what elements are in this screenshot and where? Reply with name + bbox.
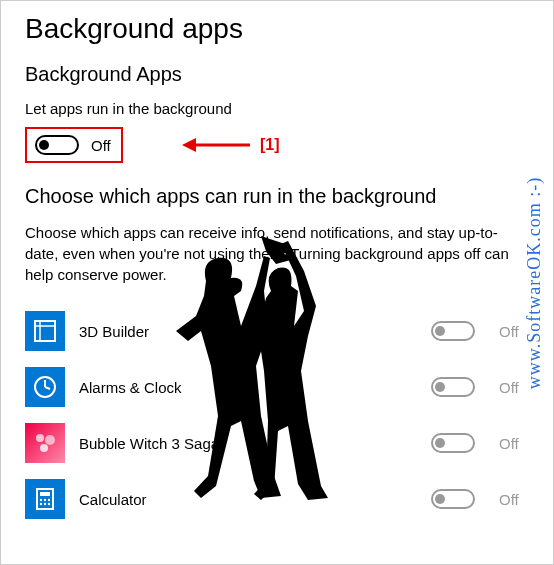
toggle-knob	[435, 438, 445, 448]
toggle-knob	[435, 326, 445, 336]
annotation-marker: [1]	[260, 136, 280, 154]
svg-rect-12	[40, 492, 50, 496]
svg-point-15	[48, 499, 50, 501]
svg-point-10	[40, 444, 48, 452]
app-row: Bubble Witch 3 Saga Off	[25, 415, 529, 471]
app-row: Calculator Off	[25, 471, 529, 527]
svg-marker-1	[182, 138, 196, 152]
bubble-witch-icon	[25, 423, 65, 463]
section-heading-apps: Background Apps	[25, 63, 529, 86]
svg-point-13	[40, 499, 42, 501]
svg-rect-2	[35, 321, 55, 341]
toggle-knob	[435, 494, 445, 504]
app-name-label: Bubble Witch 3 Saga	[79, 435, 417, 452]
app-toggle[interactable]	[431, 377, 475, 397]
app-toggle[interactable]	[431, 433, 475, 453]
svg-point-17	[44, 503, 46, 505]
app-row: 3D Builder Off	[25, 303, 529, 359]
master-toggle-state-label: Off	[91, 137, 111, 154]
svg-line-7	[45, 387, 50, 389]
app-list: 3D Builder Off Alarms & Clock Off Bubble…	[25, 303, 529, 527]
app-name-label: Calculator	[79, 491, 417, 508]
app-toggle-state-label: Off	[499, 435, 529, 452]
app-toggle[interactable]	[431, 321, 475, 341]
svg-point-16	[40, 503, 42, 505]
master-toggle-label-text: Let apps run in the background	[25, 100, 529, 117]
master-toggle[interactable]	[35, 135, 79, 155]
3d-builder-icon	[25, 311, 65, 351]
calculator-icon	[25, 479, 65, 519]
page-title: Background apps	[25, 13, 529, 45]
toggle-knob	[39, 140, 49, 150]
section-description: Choose which apps can receive info, send…	[25, 222, 529, 285]
clock-icon	[25, 367, 65, 407]
watermark-text: www.SoftwareOK.com :-)	[524, 176, 545, 388]
annotation-highlight-box: Off [1]	[25, 127, 123, 163]
svg-point-8	[36, 434, 44, 442]
svg-point-14	[44, 499, 46, 501]
svg-point-9	[45, 435, 55, 445]
annotation-arrow: [1]	[182, 135, 280, 155]
app-name-label: 3D Builder	[79, 323, 417, 340]
app-row: Alarms & Clock Off	[25, 359, 529, 415]
svg-point-18	[48, 503, 50, 505]
app-toggle-state-label: Off	[499, 491, 529, 508]
section-heading-choose: Choose which apps can run in the backgro…	[25, 185, 529, 208]
app-toggle[interactable]	[431, 489, 475, 509]
arrow-left-icon	[182, 135, 252, 155]
app-name-label: Alarms & Clock	[79, 379, 417, 396]
toggle-knob	[435, 382, 445, 392]
